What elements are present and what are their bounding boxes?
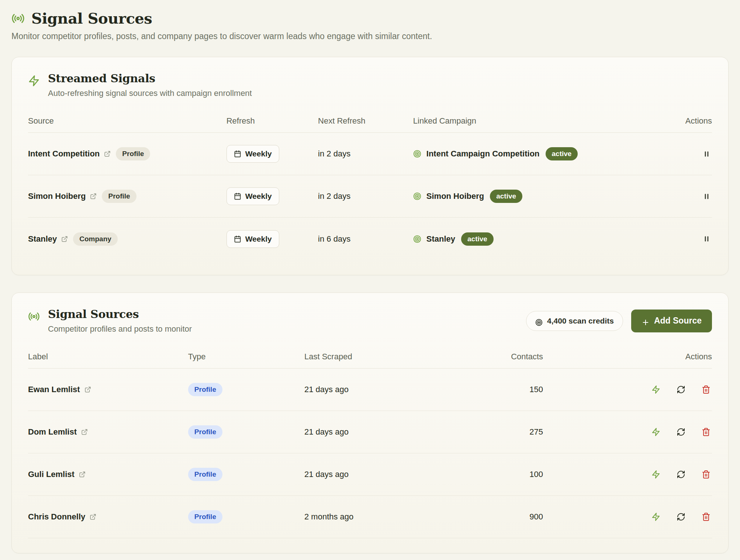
pause-button[interactable] bbox=[701, 191, 712, 202]
source-label: Chris Donnelly bbox=[28, 512, 85, 522]
streamed-signals-subtitle: Auto-refreshing signal sources with camp… bbox=[48, 89, 252, 98]
run-signal-button[interactable] bbox=[650, 469, 662, 480]
table-header-row: Label Type Last Scraped Contacts Actions bbox=[28, 345, 712, 369]
refresh-frequency-button[interactable]: Weekly bbox=[227, 187, 279, 205]
streamed-signals-card: Streamed Signals Auto-refreshing signal … bbox=[11, 57, 729, 275]
linked-campaign-name: Simon Hoiberg bbox=[426, 191, 484, 201]
calendar-icon bbox=[234, 150, 241, 158]
external-link-icon[interactable] bbox=[90, 514, 96, 520]
contacts-count: 275 bbox=[397, 427, 543, 437]
pause-button[interactable] bbox=[701, 234, 712, 244]
signal-sources-subtitle: Competitor profiles and posts to monitor bbox=[48, 324, 192, 334]
run-signal-button[interactable] bbox=[650, 426, 662, 438]
refresh-frequency-button[interactable]: Weekly bbox=[227, 230, 279, 248]
type-badge: Profile bbox=[188, 510, 222, 523]
refresh-frequency-label: Weekly bbox=[245, 149, 272, 158]
column-next-refresh: Next Refresh bbox=[318, 116, 413, 126]
source-type-badge: Profile bbox=[102, 190, 136, 203]
external-link-icon[interactable] bbox=[90, 193, 97, 200]
table-row: Dom Lemlist Profile 21 days ago 275 bbox=[28, 411, 712, 453]
source-name: Simon Hoiberg bbox=[28, 191, 86, 201]
table-row: Intent Competition Profile Weekly in 2 d… bbox=[28, 133, 712, 175]
next-refresh-value: in 6 days bbox=[318, 234, 413, 244]
last-scraped-value: 2 months ago bbox=[304, 512, 397, 522]
linked-campaign-name: Intent Campaign Competition bbox=[426, 149, 540, 159]
calendar-icon bbox=[234, 235, 241, 243]
column-actions: Actions bbox=[668, 116, 712, 126]
source-label: Dom Lemlist bbox=[28, 427, 77, 437]
column-linked-campaign: Linked Campaign bbox=[413, 116, 668, 126]
table-row: Guli Lemlist Profile 21 days ago 100 bbox=[28, 453, 712, 496]
source-label: Guli Lemlist bbox=[28, 470, 75, 479]
refresh-frequency-label: Weekly bbox=[245, 235, 272, 243]
signal-sources-title: Signal Sources bbox=[48, 308, 192, 321]
target-icon bbox=[413, 150, 421, 158]
pause-button[interactable] bbox=[701, 149, 712, 159]
add-source-button[interactable]: Add Source bbox=[631, 310, 712, 332]
signal-sources-card: Signal Sources Competitor profiles and p… bbox=[11, 293, 729, 553]
signal-sources-page: Signal Sources Monitor competitor profil… bbox=[0, 0, 740, 560]
delete-button[interactable] bbox=[700, 469, 712, 480]
source-type-badge: Company bbox=[73, 232, 118, 246]
radio-icon bbox=[28, 311, 40, 322]
column-source: Source bbox=[28, 116, 227, 126]
linked-campaign-name: Stanley bbox=[426, 234, 455, 244]
table-row: Ewan Lemlist Profile 21 days ago 150 bbox=[28, 369, 712, 411]
run-signal-button[interactable] bbox=[650, 384, 662, 395]
delete-button[interactable] bbox=[700, 511, 712, 523]
column-actions: Actions bbox=[543, 352, 712, 362]
source-label: Ewan Lemlist bbox=[28, 385, 80, 394]
table-header-row: Source Refresh Next Refresh Linked Campa… bbox=[28, 109, 712, 133]
column-last-scraped: Last Scraped bbox=[304, 352, 397, 362]
streamed-signals-title: Streamed Signals bbox=[48, 72, 252, 85]
last-scraped-value: 21 days ago bbox=[304, 385, 397, 394]
type-badge: Profile bbox=[188, 425, 222, 439]
target-icon bbox=[413, 192, 421, 200]
scan-credits-label: 4,400 scan credits bbox=[547, 317, 614, 325]
delete-button[interactable] bbox=[700, 384, 712, 395]
next-refresh-value: in 2 days bbox=[318, 149, 413, 159]
last-scraped-value: 21 days ago bbox=[304, 470, 397, 479]
external-link-icon[interactable] bbox=[61, 236, 68, 242]
run-signal-button[interactable] bbox=[650, 511, 662, 523]
refresh-button[interactable] bbox=[675, 511, 687, 523]
next-refresh-value: in 2 days bbox=[318, 191, 413, 201]
refresh-button[interactable] bbox=[675, 469, 687, 480]
target-icon bbox=[413, 235, 421, 243]
source-type-badge: Profile bbox=[116, 147, 150, 160]
external-link-icon[interactable] bbox=[81, 429, 88, 435]
zap-icon bbox=[28, 75, 40, 87]
streamed-signals-table: Source Refresh Next Refresh Linked Campa… bbox=[28, 109, 712, 260]
add-source-label: Add Source bbox=[654, 316, 702, 326]
table-row: Stanley Company Weekly in 6 days Stanley bbox=[28, 218, 712, 260]
column-contacts: Contacts bbox=[397, 352, 543, 362]
page-subtitle: Monitor competitor profiles, posts, and … bbox=[11, 31, 729, 41]
refresh-button[interactable] bbox=[675, 426, 687, 438]
status-badge: active bbox=[461, 232, 494, 246]
table-row: Simon Hoiberg Profile Weekly in 2 days S… bbox=[28, 175, 712, 218]
external-link-icon[interactable] bbox=[84, 386, 91, 393]
column-type: Type bbox=[188, 352, 304, 362]
contacts-count: 100 bbox=[397, 470, 543, 479]
external-link-icon[interactable] bbox=[104, 151, 111, 157]
type-badge: Profile bbox=[188, 383, 222, 396]
scan-credits-badge: 4,400 scan credits bbox=[526, 311, 623, 331]
status-badge: active bbox=[546, 147, 578, 160]
target-icon bbox=[535, 319, 543, 326]
page-header: Signal Sources Monitor competitor profil… bbox=[11, 10, 729, 41]
page-title: Signal Sources bbox=[31, 10, 152, 27]
contacts-count: 150 bbox=[397, 385, 543, 394]
calendar-icon bbox=[234, 193, 241, 200]
column-refresh: Refresh bbox=[227, 116, 318, 126]
refresh-button[interactable] bbox=[675, 384, 687, 395]
source-name: Intent Competition bbox=[28, 149, 100, 159]
refresh-frequency-button[interactable]: Weekly bbox=[227, 145, 279, 163]
contacts-count: 900 bbox=[397, 512, 543, 522]
radio-icon bbox=[11, 12, 25, 25]
delete-button[interactable] bbox=[700, 426, 712, 438]
plus-icon bbox=[642, 318, 650, 326]
status-badge: active bbox=[490, 190, 522, 203]
type-badge: Profile bbox=[188, 468, 222, 481]
external-link-icon[interactable] bbox=[79, 471, 86, 478]
refresh-frequency-label: Weekly bbox=[245, 192, 272, 201]
